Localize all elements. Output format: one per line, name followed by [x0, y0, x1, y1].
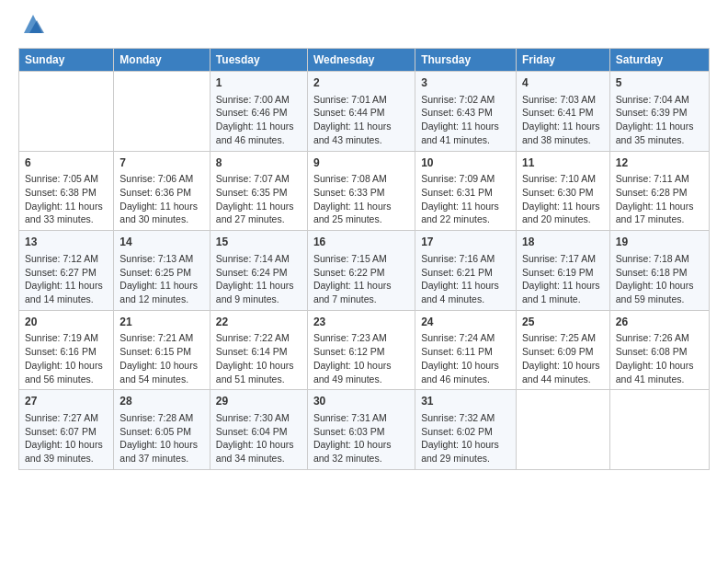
day-of-week-header: Sunday — [19, 49, 114, 72]
calendar-cell: 6Sunrise: 7:05 AMSunset: 6:38 PMDaylight… — [19, 151, 114, 231]
logo-icon — [20, 11, 46, 37]
sunset: Sunset: 6:33 PM — [313, 187, 385, 198]
day-number: 3 — [421, 75, 510, 91]
calendar-week-row: 6Sunrise: 7:05 AMSunset: 6:38 PMDaylight… — [19, 151, 710, 231]
sunrise: Sunrise: 7:11 AM — [616, 173, 689, 184]
daylight: Daylight: 11 hours and 46 minutes. — [216, 121, 294, 145]
day-number: 28 — [119, 394, 204, 409]
daylight: Daylight: 11 hours and 43 minutes. — [313, 121, 392, 145]
sunrise: Sunrise: 7:16 AM — [421, 253, 495, 264]
day-number: 4 — [522, 75, 604, 91]
sunset: Sunset: 6:18 PM — [616, 267, 688, 278]
calendar-cell — [609, 390, 709, 470]
calendar-cell: 13Sunrise: 7:12 AMSunset: 6:27 PMDayligh… — [19, 231, 114, 311]
day-number: 23 — [313, 315, 409, 330]
day-number: 13 — [25, 235, 108, 250]
calendar-cell: 14Sunrise: 7:13 AMSunset: 6:25 PMDayligh… — [114, 231, 210, 311]
calendar-cell: 28Sunrise: 7:28 AMSunset: 6:05 PMDayligh… — [114, 390, 210, 470]
day-number: 15 — [216, 235, 301, 250]
daylight: Daylight: 11 hours and 27 minutes. — [216, 201, 294, 225]
daylight: Daylight: 11 hours and 14 minutes. — [25, 280, 103, 304]
daylight: Daylight: 11 hours and 22 minutes. — [421, 201, 499, 225]
calendar-cell: 2Sunrise: 7:01 AMSunset: 6:44 PMDaylight… — [307, 72, 415, 152]
daylight: Daylight: 10 hours and 54 minutes. — [119, 360, 198, 385]
day-number: 7 — [119, 155, 204, 171]
day-number: 29 — [216, 394, 301, 409]
calendar-week-row: 27Sunrise: 7:27 AMSunset: 6:07 PMDayligh… — [19, 390, 710, 470]
calendar-cell: 3Sunrise: 7:02 AMSunset: 6:43 PMDaylight… — [415, 72, 517, 152]
daylight: Daylight: 10 hours and 29 minutes. — [421, 439, 499, 464]
sunrise: Sunrise: 7:14 AM — [216, 253, 290, 264]
daylight: Daylight: 11 hours and 17 minutes. — [616, 201, 694, 225]
calendar-week-row: 13Sunrise: 7:12 AMSunset: 6:27 PMDayligh… — [19, 231, 710, 311]
calendar-cell: 4Sunrise: 7:03 AMSunset: 6:41 PMDaylight… — [516, 72, 609, 152]
sunset: Sunset: 6:46 PM — [216, 107, 288, 118]
calendar-cell: 26Sunrise: 7:26 AMSunset: 6:08 PMDayligh… — [609, 310, 709, 390]
sunrise: Sunrise: 7:31 AM — [313, 412, 387, 423]
sunrise: Sunrise: 7:01 AM — [313, 94, 387, 105]
day-number: 11 — [522, 155, 604, 171]
day-number: 17 — [421, 235, 510, 250]
sunset: Sunset: 6:07 PM — [25, 426, 97, 437]
sunset: Sunset: 6:31 PM — [421, 187, 493, 198]
daylight: Daylight: 11 hours and 33 minutes. — [25, 201, 103, 225]
daylight: Daylight: 11 hours and 35 minutes. — [616, 121, 694, 145]
day-number: 24 — [421, 315, 510, 330]
daylight: Daylight: 10 hours and 46 minutes. — [421, 360, 499, 385]
sunset: Sunset: 6:02 PM — [421, 426, 493, 437]
day-number: 26 — [616, 315, 703, 330]
calendar-cell: 10Sunrise: 7:09 AMSunset: 6:31 PMDayligh… — [415, 151, 517, 231]
daylight: Daylight: 10 hours and 59 minutes. — [616, 280, 694, 304]
day-number: 12 — [616, 155, 703, 171]
calendar-cell: 21Sunrise: 7:21 AMSunset: 6:15 PMDayligh… — [114, 310, 210, 390]
daylight: Daylight: 10 hours and 49 minutes. — [313, 360, 392, 385]
daylight: Daylight: 10 hours and 34 minutes. — [216, 439, 294, 464]
sunset: Sunset: 6:21 PM — [421, 267, 493, 278]
sunset: Sunset: 6:03 PM — [313, 426, 385, 437]
day-number: 14 — [119, 235, 204, 250]
daylight: Daylight: 10 hours and 44 minutes. — [522, 360, 600, 385]
calendar-cell: 23Sunrise: 7:23 AMSunset: 6:12 PMDayligh… — [307, 310, 415, 390]
sunrise: Sunrise: 7:04 AM — [616, 94, 689, 105]
sunset: Sunset: 6:14 PM — [216, 346, 288, 357]
calendar-cell: 19Sunrise: 7:18 AMSunset: 6:18 PMDayligh… — [609, 231, 709, 311]
daylight: Daylight: 10 hours and 32 minutes. — [313, 439, 392, 464]
daylight: Daylight: 11 hours and 1 minute. — [522, 280, 600, 304]
calendar-cell: 31Sunrise: 7:32 AMSunset: 6:02 PMDayligh… — [415, 390, 517, 470]
day-number: 8 — [216, 155, 301, 171]
sunset: Sunset: 6:30 PM — [522, 187, 594, 198]
daylight: Daylight: 11 hours and 9 minutes. — [216, 280, 294, 304]
daylight: Daylight: 11 hours and 20 minutes. — [522, 201, 600, 225]
sunrise: Sunrise: 7:18 AM — [616, 253, 689, 264]
sunset: Sunset: 6:28 PM — [616, 187, 688, 198]
sunset: Sunset: 6:24 PM — [216, 267, 288, 278]
day-number: 20 — [25, 315, 108, 330]
sunrise: Sunrise: 7:24 AM — [421, 332, 495, 343]
day-number: 1 — [216, 75, 301, 91]
sunset: Sunset: 6:43 PM — [421, 107, 493, 118]
daylight: Daylight: 11 hours and 41 minutes. — [421, 121, 499, 145]
calendar-table: SundayMondayTuesdayWednesdayThursdayFrid… — [18, 48, 710, 470]
sunrise: Sunrise: 7:32 AM — [421, 412, 495, 423]
calendar-cell: 27Sunrise: 7:27 AMSunset: 6:07 PMDayligh… — [19, 390, 114, 470]
day-number: 2 — [313, 75, 409, 91]
sunset: Sunset: 6:05 PM — [119, 426, 191, 437]
day-of-week-header: Monday — [114, 49, 210, 72]
day-number: 22 — [216, 315, 301, 330]
daylight: Daylight: 10 hours and 41 minutes. — [616, 360, 694, 385]
day-of-week-header: Tuesday — [210, 49, 307, 72]
calendar-cell — [19, 72, 114, 152]
calendar-cell: 18Sunrise: 7:17 AMSunset: 6:19 PMDayligh… — [516, 231, 609, 311]
sunset: Sunset: 6:08 PM — [616, 346, 688, 357]
day-number: 10 — [421, 155, 510, 171]
day-of-week-header: Wednesday — [307, 49, 415, 72]
sunset: Sunset: 6:15 PM — [119, 346, 191, 357]
sunrise: Sunrise: 7:23 AM — [313, 332, 387, 343]
daylight: Daylight: 11 hours and 12 minutes. — [119, 280, 198, 304]
sunset: Sunset: 6:12 PM — [313, 346, 385, 357]
daylight: Daylight: 10 hours and 37 minutes. — [119, 439, 198, 464]
daylight: Daylight: 11 hours and 38 minutes. — [522, 121, 600, 145]
calendar-cell: 1Sunrise: 7:00 AMSunset: 6:46 PMDaylight… — [210, 72, 307, 152]
sunrise: Sunrise: 7:08 AM — [313, 173, 387, 184]
day-number: 9 — [313, 155, 409, 171]
